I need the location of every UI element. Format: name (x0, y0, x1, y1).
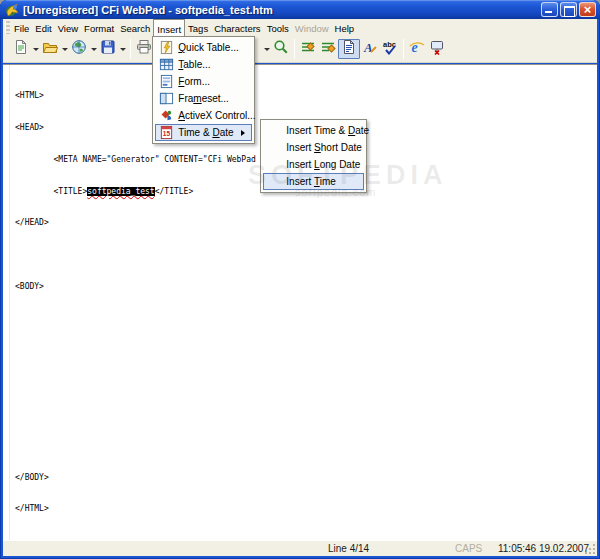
svg-text:e: e (412, 40, 418, 55)
app-window: [Unregistered] CFi WebPad - softpedia_te… (0, 0, 600, 559)
titlebar: [Unregistered] CFi WebPad - softpedia_te… (0, 0, 600, 19)
menu-help[interactable]: Help (332, 19, 358, 36)
menu-edit[interactable]: Edit (32, 19, 54, 36)
clock: 11:05:46 19.02.2007 (498, 543, 589, 554)
menu-insert-label: Insert (157, 24, 181, 35)
save-button[interactable] (98, 39, 118, 59)
preview-in-browser-button[interactable]: e (407, 39, 427, 59)
selected-text: softpedia_test (87, 187, 154, 196)
quick-table-icon (157, 40, 175, 56)
menu-item-label: ActiveX Control... (178, 110, 255, 121)
code-line: <BODY> (15, 282, 597, 293)
time-date-icon: 15 (157, 125, 175, 141)
statusbar: Line 4/14 CAPS 11:05:46 19.02.2007 (3, 540, 597, 556)
form-icon (157, 74, 175, 90)
menubar-grip[interactable] (5, 21, 10, 34)
code-line: <HTML> (15, 91, 597, 102)
browser-dropdown-arrow-icon[interactable] (89, 39, 98, 59)
menu-item-label: Insert Long Date (286, 159, 360, 170)
frameset-icon (157, 91, 175, 107)
menu-characters[interactable]: Characters (211, 19, 263, 36)
menu-item-time-date[interactable]: 15 Time & Date Insert Time & Date Insert… (155, 124, 252, 141)
submenu-arrow-icon (241, 130, 248, 136)
resize-grip[interactable] (584, 543, 596, 555)
edit-tag-icon (320, 39, 336, 59)
menu-item-table[interactable]: Table... (155, 56, 252, 73)
menu-item-frameset[interactable]: Frameset... (155, 90, 252, 107)
spellcheck-icon: abc (382, 39, 398, 59)
menu-item-label: Quick Table... (178, 42, 238, 53)
submenu-item-insert-time[interactable]: Insert Time (263, 173, 364, 190)
edit-tag-button[interactable] (318, 39, 338, 59)
internet-explorer-icon: e (409, 39, 425, 59)
menu-window: Window (292, 19, 332, 36)
menu-item-label: Table... (178, 59, 210, 70)
code-line: </HEAD> (15, 218, 597, 229)
open-dropdown-arrow-icon[interactable] (60, 39, 69, 59)
menu-search[interactable]: Search (117, 19, 153, 36)
code-text: <TITLE> (15, 187, 87, 196)
code-text: </TITLE> (155, 187, 194, 196)
menu-item-form[interactable]: Form... (155, 73, 252, 90)
menu-item-label: Insert Short Date (286, 142, 362, 153)
time-date-submenu: Insert Time & Date Insert Short Date Ins… (260, 119, 367, 193)
open-button[interactable] (40, 39, 60, 59)
svg-text:15: 15 (163, 130, 171, 137)
code-line (15, 345, 597, 356)
menu-view[interactable]: View (55, 19, 81, 36)
source-view-toggle[interactable] (338, 39, 360, 59)
code-line (15, 314, 597, 325)
code-line (15, 250, 597, 261)
menu-item-label: Form... (178, 76, 210, 87)
minimize-button[interactable] (541, 2, 558, 17)
menu-item-activex[interactable]: ActiveX Control... (155, 107, 252, 124)
menu-insert[interactable]: Insert Quick Table... Table... (153, 19, 185, 36)
table-icon (157, 57, 175, 73)
menu-item-label: Insert Time & Date (286, 125, 369, 136)
toolbar-separator (130, 39, 131, 59)
search-button[interactable] (271, 39, 291, 59)
submenu-item-insert-short-date[interactable]: Insert Short Date (263, 139, 364, 156)
menu-item-quick-table[interactable]: Quick Table... (155, 39, 252, 56)
save-icon (100, 39, 116, 59)
activex-icon (157, 108, 175, 124)
submenu-item-insert-time-date[interactable]: Insert Time & Date (263, 122, 364, 139)
work-offline-button[interactable] (427, 39, 447, 59)
menu-item-label: Time & Date (178, 127, 233, 138)
app-logo-icon (5, 3, 19, 17)
browser-button[interactable] (69, 39, 89, 59)
font-button[interactable]: A (360, 39, 380, 59)
print-button[interactable] (134, 39, 154, 59)
new-dropdown-arrow-icon[interactable] (31, 39, 40, 59)
menu-item-label: Frameset... (178, 93, 229, 104)
window-title: [Unregistered] CFi WebPad - softpedia_te… (23, 4, 541, 16)
insert-tag-button[interactable] (298, 39, 318, 59)
code-line: </HTML> (15, 504, 597, 515)
menu-file[interactable]: File (11, 19, 32, 36)
toolbar: A abc e (3, 36, 597, 63)
source-view-icon (341, 39, 357, 59)
menu-tags[interactable]: Tags (185, 19, 211, 36)
new-document-icon (13, 39, 29, 59)
maximize-button[interactable] (560, 2, 577, 17)
hidden-button-dropdown-arrow-icon[interactable] (262, 39, 271, 59)
print-icon (136, 39, 152, 59)
open-folder-icon (42, 39, 58, 59)
insert-tag-icon (300, 39, 316, 59)
close-button[interactable] (579, 2, 596, 17)
menubar: File Edit View Format Search Insert Quic… (3, 19, 597, 36)
code-line (15, 409, 597, 420)
spellcheck-button[interactable]: abc (380, 39, 400, 59)
code-line: </BODY> (15, 473, 597, 484)
menu-format[interactable]: Format (81, 19, 117, 36)
code-line (15, 377, 597, 388)
menu-item-label: Insert Time (286, 176, 335, 187)
toolbar-separator (294, 39, 295, 59)
save-dropdown-arrow-icon[interactable] (118, 39, 127, 59)
work-offline-icon (429, 39, 445, 59)
new-document-button[interactable] (11, 39, 31, 59)
svg-text:A: A (363, 40, 373, 55)
submenu-item-insert-long-date[interactable]: Insert Long Date (263, 156, 364, 173)
menu-tools[interactable]: Tools (264, 19, 292, 36)
caps-lock-indicator: CAPS (455, 543, 482, 554)
